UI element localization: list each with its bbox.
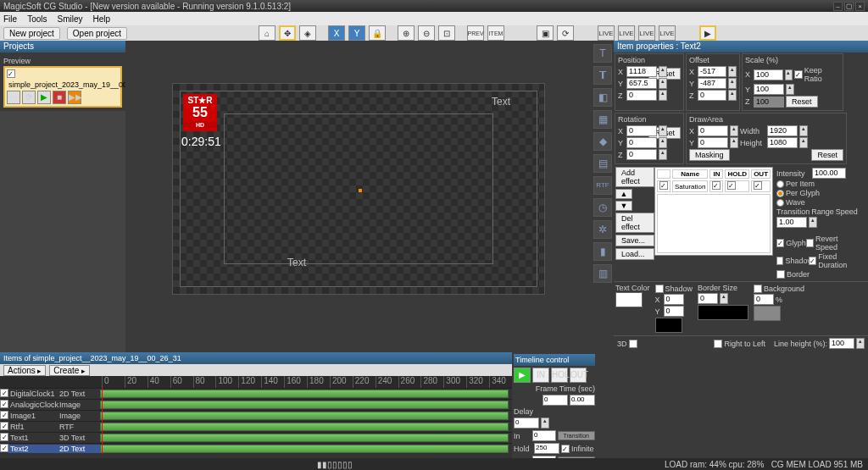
shadow-enable-cb[interactable]: [655, 285, 664, 293]
actions-btn[interactable]: Actions ▸: [3, 365, 46, 376]
scale-x-spin[interactable]: ▴: [785, 69, 793, 80]
track-cb[interactable]: [0, 400, 8, 410]
revert-cb[interactable]: [806, 239, 814, 247]
close-btn[interactable]: ×: [855, 2, 865, 11]
flag-live1-icon[interactable]: LIVE: [598, 25, 615, 41]
glyph-cb[interactable]: [776, 239, 784, 247]
wave-radio[interactable]: [776, 199, 784, 207]
shadowcolor-swatch[interactable]: [655, 318, 682, 333]
pos-x-spin[interactable]: ▴: [659, 66, 667, 77]
shadow-y-input[interactable]: 0: [664, 306, 684, 317]
vtool-rtf-icon[interactable]: RTF: [593, 176, 612, 195]
off-y-spin[interactable]: ▴: [728, 78, 737, 89]
track-row[interactable]: Text22D Text: [0, 443, 512, 454]
draw-y-spin[interactable]: ▴: [730, 137, 738, 148]
draw-y-input[interactable]: 0: [698, 137, 728, 148]
delay-spin[interactable]: ▴: [541, 417, 549, 429]
tl-in-btn[interactable]: IN: [532, 368, 549, 383]
lh-spin[interactable]: ▴: [856, 338, 865, 349]
bg-input[interactable]: 0: [754, 294, 774, 305]
tool-refresh-icon[interactable]: ⟳: [557, 25, 574, 41]
playhead[interactable]: [102, 388, 103, 454]
hold-input[interactable]: 250: [534, 443, 559, 454]
track-bar[interactable]: [100, 445, 509, 453]
rot-z-input[interactable]: 0: [626, 149, 657, 160]
track-row[interactable]: Text13D Text: [0, 432, 512, 443]
tool-target-icon[interactable]: ◈: [299, 25, 316, 41]
fx-up-btn[interactable]: ▲: [615, 189, 632, 199]
tool-x-btn[interactable]: X: [328, 25, 345, 41]
track-row[interactable]: Rtf1RTF: [0, 421, 512, 432]
track-cb[interactable]: [0, 444, 8, 454]
range-spin[interactable]: ▴: [809, 217, 817, 228]
fx-hold-cb[interactable]: [727, 181, 736, 190]
off-z-input[interactable]: 0: [698, 90, 726, 101]
draw-w-spin[interactable]: ▴: [799, 125, 808, 136]
track-bar[interactable]: [100, 390, 509, 398]
draw-x-spin[interactable]: ▴: [730, 125, 738, 136]
rtl-cb[interactable]: [714, 340, 722, 348]
vtool-cube-icon[interactable]: ◧: [593, 88, 612, 107]
min-btn[interactable]: –: [833, 2, 843, 11]
rot-x-spin[interactable]: ▴: [659, 125, 667, 136]
fx-row-name[interactable]: Saturation: [672, 180, 708, 192]
off-y-input[interactable]: -487: [698, 78, 726, 89]
delay-input[interactable]: 0: [514, 417, 539, 429]
canvas[interactable]: ST★R 55 HD 0:29:51 Text Text: [172, 83, 545, 295]
tool-move-icon[interactable]: ✥: [279, 25, 296, 41]
canvas-text1[interactable]: Text: [492, 96, 510, 108]
preview-ff-btn[interactable]: ▶▶: [68, 91, 81, 104]
bordercolor-swatch[interactable]: [698, 305, 748, 320]
max-btn[interactable]: ▢: [844, 2, 854, 11]
per-item-radio[interactable]: [776, 180, 784, 188]
menu-tools[interactable]: Tools: [27, 14, 47, 24]
vtool-image-icon[interactable]: ▦: [593, 110, 612, 129]
tl-play-btn[interactable]: ▶: [514, 368, 531, 383]
zoom-fit-icon[interactable]: ⊡: [438, 25, 455, 41]
canvas-text2[interactable]: Text: [287, 257, 306, 268]
item-select-btn[interactable]: ITEM: [487, 25, 504, 41]
bsize-spin[interactable]: ▴: [720, 293, 728, 304]
menu-smiley[interactable]: Smiley: [57, 14, 82, 24]
track-row[interactable]: DigitalClock12D Text: [0, 388, 512, 399]
bordersize-input[interactable]: 0: [698, 293, 718, 304]
track-cb[interactable]: [0, 422, 8, 432]
rot-y-input[interactable]: 0: [626, 137, 657, 148]
track-bar[interactable]: [100, 412, 509, 420]
scale-reset-btn[interactable]: Reset: [786, 96, 818, 108]
track-bar[interactable]: [100, 434, 509, 442]
off-x-input[interactable]: -517: [698, 66, 726, 77]
draw-h-spin[interactable]: ▴: [799, 137, 808, 148]
intensity-input[interactable]: 100.00: [812, 168, 846, 179]
vtool-cam-icon[interactable]: ▮: [593, 242, 612, 261]
scale-y-spin[interactable]: ▴: [786, 84, 794, 95]
fixed-cb[interactable]: [809, 257, 816, 265]
preview-enable-cb[interactable]: [7, 69, 15, 78]
range-input[interactable]: 1.00: [776, 217, 807, 228]
textcolor-swatch[interactable]: [615, 292, 643, 307]
bg-enable-cb[interactable]: [754, 285, 762, 293]
tool-lock-icon[interactable]: 🔒: [369, 25, 386, 41]
tool-home-icon[interactable]: ⌂: [259, 25, 275, 41]
pos-y-spin[interactable]: ▴: [659, 78, 667, 89]
shadow-cb[interactable]: [776, 257, 783, 265]
off-x-spin[interactable]: ▴: [728, 66, 737, 77]
rot-x-input[interactable]: 0: [626, 125, 657, 136]
draw-reset-btn[interactable]: Reset: [811, 149, 843, 161]
zoom-in-icon[interactable]: ⊕: [398, 25, 415, 41]
draw-w-input[interactable]: 1920: [767, 125, 798, 136]
fx-row-cb[interactable]: [659, 181, 668, 190]
3d-cb[interactable]: [629, 340, 637, 348]
prev-select-btn[interactable]: PREV: [467, 25, 484, 41]
create-btn[interactable]: Create ▸: [49, 365, 90, 376]
tl-out-btn[interactable]: OUT: [570, 368, 587, 383]
open-project-btn[interactable]: Open project: [67, 27, 127, 40]
vtool-text-icon[interactable]: T: [593, 44, 612, 63]
fx-in-cb[interactable]: [712, 181, 721, 190]
frame-input[interactable]: 0: [542, 395, 568, 406]
flag-live2-icon[interactable]: LIVE: [618, 25, 635, 41]
flag-live4-icon[interactable]: LIVE: [659, 25, 676, 41]
timeline-ruler[interactable]: 0204060801001201401601802002202402602803…: [0, 376, 512, 388]
vtool-chart-icon[interactable]: ▥: [593, 264, 612, 283]
track-cb[interactable]: [0, 389, 8, 399]
